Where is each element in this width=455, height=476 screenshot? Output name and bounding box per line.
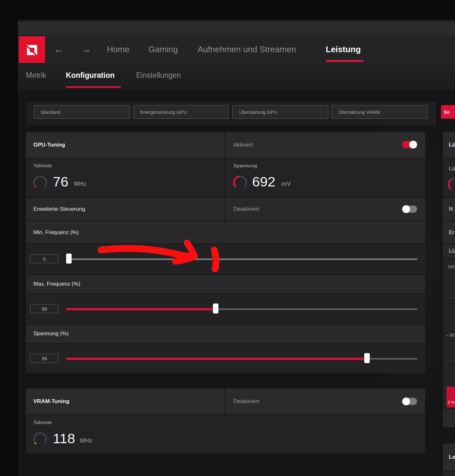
toggle-knob (409, 141, 417, 149)
back-arrow-icon[interactable]: ← (54, 35, 64, 64)
gpu-tuning-title: GPU-Tuning (33, 132, 65, 158)
vram-gauge-row: Taktrate 118 MHz (26, 415, 425, 453)
fan-axis-100: 100 (448, 264, 455, 269)
min-frequency-slider-handle[interactable] (66, 254, 72, 264)
preset-custom-button-clipped[interactable]: Be (441, 105, 455, 119)
min-frequency-slider-row: 0 (26, 244, 425, 274)
gpu-tuning-toggle[interactable] (402, 141, 417, 148)
gpu-clock-value: 76 (53, 174, 68, 190)
cell-divider (225, 158, 225, 197)
forward-arrow-icon[interactable]: → (81, 35, 91, 64)
gpu-voltage-unit: mV (281, 180, 291, 187)
preset-gpu-oc-button[interactable]: Übertaktung GPU (232, 105, 328, 119)
fan-speed-gauge-row: Lü (443, 158, 455, 197)
vram-clock-gauge-icon (33, 432, 48, 447)
nav-tab-gaming[interactable]: Gaming (148, 35, 178, 64)
gpu-voltage-value: 692 (252, 174, 275, 190)
nav-tab-performance[interactable]: Leistung (326, 35, 361, 64)
fan-gridline (446, 298, 455, 298)
vram-tuning-header-row: VRAM-Tuning Deaktiviert (26, 388, 425, 414)
fan-tuning-panel-clipped: Lü Lü N Er Lü 100 50 0 % (443, 132, 455, 427)
radeon-software-window: ← → Home Gaming Aufnehmen und Streamen L… (0, 0, 455, 476)
fan-curve-selected-region[interactable]: 0 % (447, 387, 455, 407)
fan-advanced-label-partial: Er (449, 221, 454, 244)
gpu-voltage-gauge-icon (233, 175, 248, 190)
fan-curve-label-partial: Lü (449, 244, 455, 258)
voltage-percent-label-row: Spannung (%) (26, 324, 425, 343)
vram-tuning-title: VRAM-Tuning (33, 388, 69, 414)
gpu-clock-label: Taktrate (33, 163, 52, 168)
fan-advanced-row: Er (443, 221, 455, 244)
fan-speed-label-partial: Lü (449, 165, 455, 172)
min-frequency-input[interactable]: 0 (30, 254, 59, 263)
fan-axis-0-percent: 0 % (448, 400, 455, 405)
advanced-control-status: Deaktiviert (233, 198, 259, 220)
amd-logo[interactable] (19, 36, 45, 63)
cell-divider (225, 388, 225, 414)
fan-axis-50: 50 (450, 333, 454, 338)
amd-arrow-icon (24, 41, 41, 58)
nav-tab-record-stream[interactable]: Aufnehmen und Streamen (198, 35, 296, 64)
fan-zero-rpm-label-partial: N (449, 198, 453, 220)
voltage-percent-slider-row: 95 (26, 344, 425, 373)
vram-clock-value: 118 (53, 431, 75, 446)
gpu-clock-gauge-icon (33, 175, 48, 190)
max-frequency-slider-handle[interactable] (213, 303, 218, 314)
bottom-right-panel-clipped: Le (443, 444, 455, 476)
voltage-percent-slider-handle[interactable] (364, 353, 370, 363)
min-frequency-label-row: Min. Frequenz (%) (26, 221, 425, 244)
max-frequency-slider-row: 88 (26, 294, 425, 324)
nav-tab-home[interactable]: Home (107, 35, 129, 64)
voltage-percent-label: Spannung (%) (33, 324, 69, 343)
min-frequency-slider-track[interactable] (66, 258, 417, 260)
toggle-knob (402, 398, 410, 405)
vram-clock-unit: MHz (80, 437, 92, 444)
fan-speed-gauge-icon (448, 177, 455, 192)
min-frequency-label: Min. Frequenz (%) (33, 221, 79, 244)
voltage-percent-input[interactable]: 95 (30, 354, 59, 363)
max-frequency-label-row: Max. Frequenz (%) (26, 275, 425, 293)
preset-power-saving-button[interactable]: Energiesenkung GPU (133, 105, 229, 119)
advanced-control-toggle[interactable] (402, 206, 417, 213)
fan-axis-tick (446, 335, 449, 336)
subtab-configuration[interactable]: Konfiguration (66, 64, 115, 87)
vram-tuning-panel: VRAM-Tuning Deaktiviert Taktrate 118 MHz (26, 388, 425, 453)
window-titlebar (18, 19, 455, 35)
cell-divider (225, 132, 225, 158)
advanced-control-label: Erweiterte Steuerung (33, 198, 85, 220)
subtab-settings[interactable]: Einstellungen (136, 64, 181, 87)
gpu-tuning-panel: GPU-Tuning Aktiviert Taktrate 76 MHz Spa… (26, 132, 425, 373)
vram-tuning-status-label: Deaktiviert (233, 388, 259, 414)
vram-tuning-toggle[interactable] (402, 398, 417, 405)
cell-divider (225, 198, 225, 220)
fan-tuning-header-row: Lü (443, 132, 455, 158)
voltage-percent-slider-fill (66, 358, 367, 360)
vram-clock-label: Taktrate (33, 420, 52, 425)
preset-strip-divider (435, 102, 435, 125)
max-frequency-label: Max. Frequenz (%) (33, 275, 80, 293)
preset-vram-oc-button[interactable]: Übertaktung VRAM (332, 105, 427, 119)
fan-curve-row: Lü (443, 244, 455, 258)
bottom-right-title-partial: Le (449, 444, 455, 471)
fan-zero-rpm-row: N (443, 198, 455, 220)
fan-tuning-title-partial: Lü (449, 132, 455, 158)
gpu-clock-unit: MHz (74, 180, 87, 187)
gpu-voltage-label: Spannung (233, 163, 257, 168)
subtab-metrics[interactable]: Metrik (26, 64, 46, 87)
fan-gridline (446, 361, 455, 361)
fan-curve-chart[interactable]: 100 50 0 % (443, 258, 455, 427)
active-tab-underline (326, 60, 364, 62)
gpu-tuning-header-row: GPU-Tuning Aktiviert (26, 132, 425, 158)
gpu-tuning-status-label: Aktiviert (233, 132, 253, 158)
bottom-right-body (443, 471, 455, 476)
max-frequency-slider-fill (66, 308, 216, 310)
bottom-right-header-row: Le (443, 444, 455, 471)
advanced-control-row: Erweiterte Steuerung Deaktiviert (26, 198, 425, 220)
gpu-gauges-row: Taktrate 76 MHz Spannung 692 mV (26, 158, 425, 197)
preset-standard-button[interactable]: Standard (34, 105, 130, 119)
active-subtab-underline (66, 86, 121, 88)
toggle-knob (402, 205, 410, 213)
max-frequency-input[interactable]: 88 (30, 304, 59, 313)
fan-panel-footer-row (443, 409, 455, 427)
